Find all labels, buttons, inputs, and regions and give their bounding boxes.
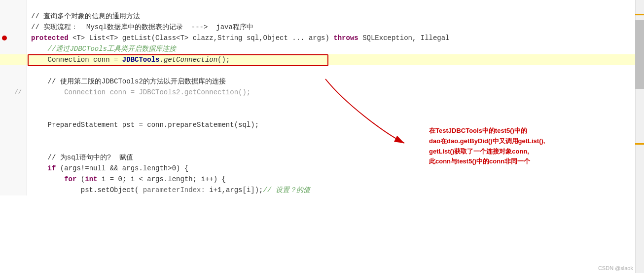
line-9: // Connection conn = JDBCTools2.getConne… xyxy=(0,87,635,98)
scrollbar-marker-top xyxy=(635,14,644,15)
content-12: PreparedStatement pst = conn.prepareStat… xyxy=(27,119,635,130)
gutter-13 xyxy=(0,130,27,141)
line-17: for (int i = 0; i < args.length; i++) { xyxy=(0,174,635,185)
line-12: PreparedStatement pst = conn.prepareStat… xyxy=(0,119,635,130)
content-13 xyxy=(27,130,635,141)
gutter-16 xyxy=(0,163,27,174)
content-6: Connection conn = JDBCTools.getConnectio… xyxy=(27,54,635,65)
line-3: // 实现流程： Mysql数据库中的数据表的记录 ---> java程序中 xyxy=(0,22,635,33)
line-2: // 查询多个对象的信息的通用方法 xyxy=(0,11,635,22)
gutter-6 xyxy=(0,54,27,65)
gutter-7 xyxy=(0,65,27,76)
content-7 xyxy=(27,65,635,76)
content-15: // 为sql语句中的? 赋值 xyxy=(27,152,635,163)
scrollbar-marker-bottom xyxy=(635,143,644,145)
gutter-2 xyxy=(0,11,27,22)
content-18: pst.setObject( parameterIndex: i+1,args[… xyxy=(27,185,635,195)
line-8: // 使用第二版的JDBCTools2的方法以开启数据库的连接 xyxy=(0,76,635,87)
line-7 xyxy=(0,65,635,76)
line-13 xyxy=(0,130,635,141)
line-14 xyxy=(0,141,635,152)
watermark: CSDN @slaok xyxy=(598,265,633,271)
content-5: //通过JDBCTools工具类开启数据库连接 xyxy=(27,43,635,54)
gutter-14 xyxy=(0,141,27,152)
content-2: // 查询多个对象的信息的通用方法 xyxy=(27,11,635,22)
content-8: // 使用第二版的JDBCTools2的方法以开启数据库的连接 xyxy=(27,76,635,87)
content-9: Connection conn = JDBCTools2.getConnecti… xyxy=(27,87,635,98)
gutter-3 xyxy=(0,22,27,33)
gutter-10 xyxy=(0,98,27,109)
gutter-1 xyxy=(0,0,27,11)
content-10 xyxy=(27,98,635,109)
content-3: // 实现流程： Mysql数据库中的数据表的记录 ---> java程序中 xyxy=(27,22,635,33)
gutter-8 xyxy=(0,76,27,87)
line-4: protected <T> List<T> getList(Class<T> c… xyxy=(0,33,635,43)
gutter-11 xyxy=(0,109,27,119)
scrollbar-thumb[interactable] xyxy=(635,20,644,89)
content-17: for (int i = 0; i < args.length; i++) { xyxy=(27,174,635,185)
line-6: Connection conn = JDBCTools.getConnectio… xyxy=(0,54,635,65)
gutter-18 xyxy=(0,185,27,195)
editor-area: // 查询多个对象的信息的通用方法 // 实现流程： Mysql数据库中的数据表… xyxy=(0,0,635,273)
line-5: //通过JDBCTools工具类开启数据库连接 xyxy=(0,43,635,54)
gutter-9: // xyxy=(0,87,27,98)
line-1 xyxy=(0,0,635,11)
gutter-12 xyxy=(0,119,27,130)
line-16: if (args!=null && args.length>0) { xyxy=(0,163,635,174)
line-18: pst.setObject( parameterIndex: i+1,args[… xyxy=(0,185,635,195)
scrollbar-track[interactable] xyxy=(635,0,644,273)
content-11 xyxy=(27,109,635,119)
line-11 xyxy=(0,109,635,119)
gutter-15 xyxy=(0,152,27,163)
gutter-4 xyxy=(0,33,27,43)
line-15: // 为sql语句中的? 赋值 xyxy=(0,152,635,163)
content-1 xyxy=(27,0,635,11)
content-4: protected <T> List<T> getList(Class<T> c… xyxy=(27,33,635,43)
gutter-5 xyxy=(0,43,27,54)
gutter-17 xyxy=(0,174,27,185)
content-14 xyxy=(27,141,635,152)
line-10 xyxy=(0,98,635,109)
content-16: if (args!=null && args.length>0) { xyxy=(27,163,635,174)
